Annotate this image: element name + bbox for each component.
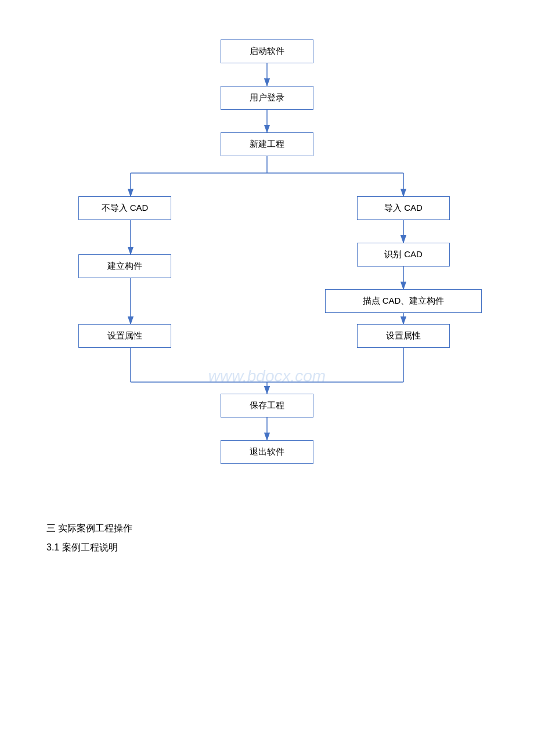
text-section: 三 实际案例工程操作 3.1 案例工程说明 [35, 523, 499, 554]
box-import-cad: 导入 CAD [357, 196, 450, 220]
box-shezhi-left: 设置属性 [78, 324, 171, 348]
flowchart: 启动软件 用户登录 新建工程 不导入 CAD 导入 CAD 建立构件 识别 CA… [41, 23, 493, 499]
page-container: www.bdocx.com [0, 0, 534, 756]
box-no-cad: 不导入 CAD [78, 196, 171, 220]
box-baocun: 保存工程 [221, 394, 313, 417]
box-shezhi-right: 设置属性 [357, 324, 450, 348]
box-denglu: 用户登录 [221, 86, 313, 110]
box-qidong: 启动软件 [221, 39, 313, 63]
box-xinjian: 新建工程 [221, 132, 313, 156]
box-jianlou: 建立构件 [78, 254, 171, 278]
box-miaodian: 描点 CAD、建立构件 [325, 289, 482, 313]
box-tuichu: 退出软件 [221, 440, 313, 464]
box-shibie: 识别 CAD [357, 243, 450, 267]
heading-2: 3.1 案例工程说明 [46, 542, 488, 554]
heading-1: 三 实际案例工程操作 [46, 523, 488, 535]
